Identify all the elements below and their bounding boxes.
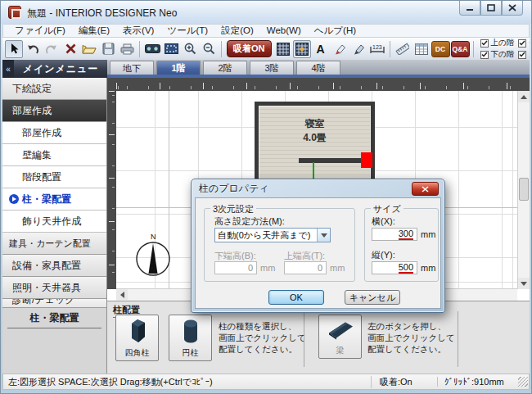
scroll-left-button[interactable] bbox=[116, 289, 128, 300]
save-button[interactable] bbox=[99, 40, 117, 58]
maximize-button[interactable] bbox=[480, 1, 502, 16]
bottom-height-field: 0 bbox=[214, 261, 257, 274]
dimension-icon: 123 bbox=[369, 43, 385, 55]
status-bar: 左:図形選択 SPACE:次選択 Drag:移動(+Ctrlでｺﾋﾟｰ) 吸着:… bbox=[2, 374, 530, 390]
tab-floor1[interactable]: 1階 bbox=[156, 61, 201, 75]
dimension-tool-button[interactable]: 123 bbox=[368, 40, 386, 58]
resize-grip[interactable] bbox=[518, 377, 528, 387]
ok-button[interactable]: OK bbox=[268, 290, 324, 305]
cylinder-column-label: 円柱 bbox=[183, 347, 199, 359]
menu-settings[interactable]: 設定(O) bbox=[214, 25, 260, 37]
marker-tool-button[interactable] bbox=[331, 40, 349, 58]
dc-button[interactable]: DC bbox=[431, 41, 450, 57]
pen-tool-button[interactable] bbox=[349, 40, 367, 58]
dialog-title-bar[interactable]: 柱のプロパティ bbox=[192, 179, 444, 197]
equipment-checkbox[interactable]: 住宅設備 bbox=[518, 38, 530, 48]
delete-button[interactable] bbox=[61, 40, 79, 58]
floppy-icon bbox=[102, 43, 115, 55]
selected-column-handle[interactable] bbox=[361, 152, 372, 168]
undo-button[interactable] bbox=[24, 40, 42, 58]
sidebar-item-setsubi-kagu[interactable]: 設備・家具配置 bbox=[2, 255, 106, 277]
check-icon bbox=[481, 40, 488, 46]
column-hint-text: 柱の種類を選択し、 画面上でクリックして 配置してください。 bbox=[219, 320, 309, 356]
camera-view-icon bbox=[145, 43, 160, 54]
tab-floor3[interactable]: 3階 bbox=[250, 61, 294, 75]
redo-icon bbox=[45, 43, 58, 55]
open-file-button[interactable] bbox=[80, 40, 98, 58]
redo-button[interactable] bbox=[43, 40, 61, 58]
collapse-sidebar-button[interactable]: « bbox=[2, 60, 14, 78]
sidebar-item-tategu-curtain[interactable]: 建具・カーテン配置 bbox=[2, 233, 106, 255]
marker-pen-icon bbox=[333, 43, 346, 55]
panel-divider bbox=[458, 311, 458, 367]
menu-view[interactable]: 表示(V) bbox=[116, 25, 160, 37]
height-method-combobox[interactable]: 自動(0から天井高まで) bbox=[214, 228, 331, 242]
ruler-icon bbox=[395, 43, 409, 55]
room-label: 寝室 4.0畳 bbox=[259, 117, 371, 146]
measure-tool-button[interactable] bbox=[394, 40, 412, 58]
scroll-down-button[interactable] bbox=[518, 278, 530, 289]
grid-button[interactable] bbox=[274, 40, 292, 58]
minimize-button[interactable] bbox=[459, 1, 480, 16]
combobox-arrow-button[interactable] bbox=[317, 229, 330, 242]
folder-icon bbox=[82, 43, 97, 55]
close-icon bbox=[508, 4, 516, 11]
ceiling-checkbox[interactable]: 天井 bbox=[518, 49, 530, 60]
menu-tools[interactable]: ツール(T) bbox=[160, 25, 214, 37]
scrollbar-thumb[interactable] bbox=[519, 178, 529, 201]
dialog-body: 3次元設定 高さ設定方法(M): 自動(0から天井高まで) 下端高(B): 上端… bbox=[195, 197, 441, 309]
sidebar-item-kaidan-haichi[interactable]: 階段配置 bbox=[2, 166, 106, 188]
beam-button[interactable]: 梁 bbox=[318, 315, 362, 359]
grid-icon bbox=[277, 43, 290, 56]
check-icon bbox=[519, 52, 525, 57]
sidebar-item-heya-sakusei-group[interactable]: 部屋作成 bbox=[2, 100, 106, 122]
fit-view-button[interactable] bbox=[162, 40, 180, 58]
vertical-scrollbar[interactable] bbox=[517, 91, 530, 289]
fit-view-icon bbox=[165, 43, 178, 54]
menu-file[interactable]: ファイル(F) bbox=[8, 25, 72, 37]
top-height-label: 上端高(T): bbox=[284, 250, 325, 262]
menu-help[interactable]: ヘルプ(H) bbox=[308, 25, 363, 37]
tab-basement[interactable]: 地下 bbox=[110, 61, 154, 75]
sidebar-item-shindan-check[interactable]: 診断/チェック bbox=[2, 299, 106, 308]
menu-web[interactable]: Web(W) bbox=[260, 25, 308, 37]
close-button[interactable] bbox=[502, 1, 523, 16]
snap-on-button[interactable]: 吸着ON bbox=[227, 40, 272, 57]
status-hint: 左:図形選択 SPACE:次選択 Drag:移動(+Ctrlでｺﾋﾟｰ) bbox=[3, 376, 371, 388]
sidebar-item-shitae[interactable]: 下絵設定 bbox=[2, 78, 106, 100]
chevron-down-icon bbox=[321, 233, 327, 238]
print-button[interactable] bbox=[118, 40, 136, 58]
select-tool-button[interactable] bbox=[5, 40, 23, 58]
main-menu-header: « メインメニュー bbox=[2, 60, 107, 78]
lower-floor-checkbox[interactable]: 下の階 bbox=[480, 49, 515, 60]
toolbar-separator bbox=[221, 41, 222, 57]
sidebar-item-heya-sakusei[interactable]: 部屋作成 bbox=[2, 122, 106, 144]
grid-snap-button[interactable] bbox=[293, 40, 311, 58]
cancel-button[interactable]: キャンセル bbox=[345, 290, 400, 305]
group-3d-settings: 3次元設定 高さ設定方法(M): 自動(0から天井高まで) 下端高(B): 上端… bbox=[204, 208, 355, 282]
beam-shape[interactable] bbox=[299, 158, 363, 163]
depth-y-field[interactable]: 500 bbox=[372, 261, 417, 274]
scroll-up-button[interactable] bbox=[518, 91, 530, 102]
camera-view-button[interactable] bbox=[143, 40, 161, 58]
menu-edit[interactable]: 編集(E) bbox=[72, 25, 116, 37]
estimate-table-button[interactable] bbox=[413, 40, 431, 58]
zoom-in-button[interactable] bbox=[181, 40, 199, 58]
tab-floor2[interactable]: 2階 bbox=[203, 61, 247, 75]
dialog-close-button[interactable] bbox=[412, 182, 439, 196]
text-tool-button[interactable]: A bbox=[312, 40, 330, 58]
checkbox-box bbox=[480, 51, 489, 59]
sidebar-item-kazari-tenjo[interactable]: 飾り天井作成 bbox=[2, 211, 106, 233]
cylinder-column-button[interactable]: 円柱 bbox=[169, 315, 212, 361]
upper-floor-checkbox[interactable]: 上の階 bbox=[480, 38, 515, 48]
top-height-field: 0 bbox=[284, 261, 327, 274]
sidebar-item-shomei-tenjo[interactable]: 照明・天井器具 bbox=[2, 277, 106, 299]
sidebar-item-kabe-henshu[interactable]: 壁編集 bbox=[2, 144, 106, 166]
sidebar-item-hashira-hari-haichi[interactable]: 柱・梁配置 bbox=[2, 188, 106, 211]
zoom-out-button[interactable] bbox=[200, 40, 218, 58]
qa-button[interactable]: Q&A bbox=[451, 41, 470, 57]
square-column-button[interactable]: 四角柱 bbox=[115, 315, 159, 361]
width-x-field[interactable]: 300 bbox=[372, 228, 417, 241]
width-x-label: 横(X): bbox=[372, 215, 395, 228]
tab-floor4[interactable]: 4階 bbox=[296, 61, 340, 75]
